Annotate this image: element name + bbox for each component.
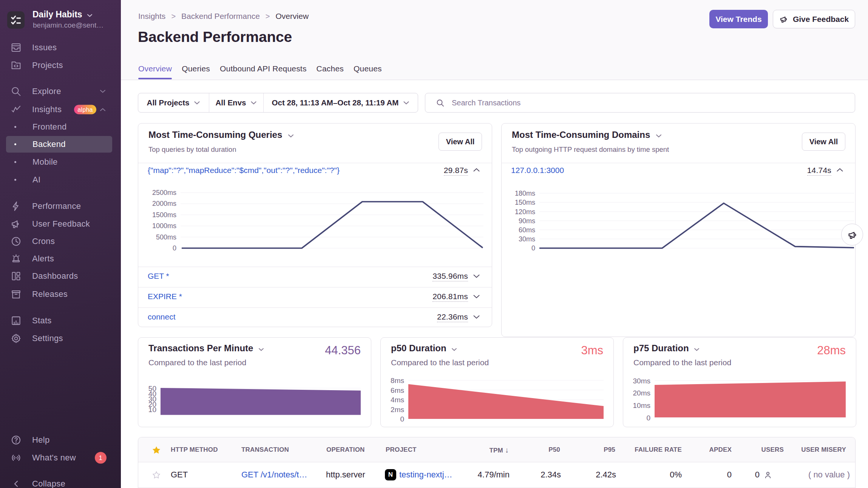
svg-text:2ms: 2ms bbox=[391, 406, 404, 414]
svg-text:10ms: 10ms bbox=[633, 402, 650, 409]
svg-text:60ms: 60ms bbox=[519, 226, 535, 234]
svg-text:6ms: 6ms bbox=[391, 386, 404, 394]
svg-text:4ms: 4ms bbox=[391, 396, 404, 404]
svg-text:30ms: 30ms bbox=[519, 235, 535, 243]
svg-text:150ms: 150ms bbox=[515, 199, 535, 206]
svg-text:90ms: 90ms bbox=[519, 217, 535, 225]
svg-text:20ms: 20ms bbox=[633, 389, 650, 397]
svg-text:1000ms: 1000ms bbox=[152, 222, 176, 230]
svg-text:180ms: 180ms bbox=[515, 190, 535, 197]
svg-text:8ms: 8ms bbox=[391, 377, 404, 385]
svg-text:500ms: 500ms bbox=[156, 233, 176, 241]
svg-text:0: 0 bbox=[400, 415, 404, 423]
svg-text:1500ms: 1500ms bbox=[152, 211, 176, 219]
svg-text:2000ms: 2000ms bbox=[152, 200, 176, 207]
svg-text:0: 0 bbox=[173, 244, 176, 252]
svg-text:120ms: 120ms bbox=[515, 208, 535, 216]
svg-text:0: 0 bbox=[531, 244, 535, 252]
svg-text:30ms: 30ms bbox=[633, 377, 650, 385]
svg-text:2500ms: 2500ms bbox=[152, 189, 176, 196]
svg-text:10: 10 bbox=[148, 406, 156, 414]
svg-text:0: 0 bbox=[646, 414, 650, 422]
